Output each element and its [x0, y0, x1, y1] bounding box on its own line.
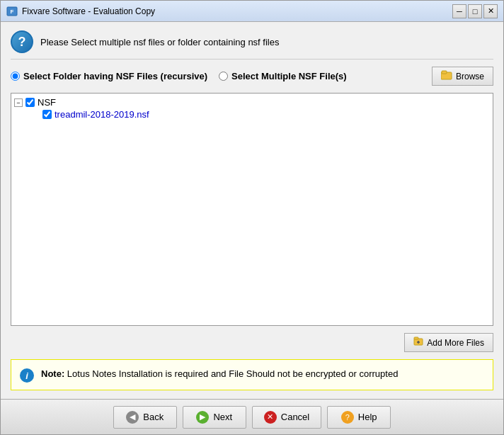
radio-label-files[interactable]: Select Multiple NSF File(s)	[219, 71, 347, 81]
cancel-button[interactable]: ✕ Cancel	[252, 406, 321, 429]
close-button[interactable]: ✕	[483, 4, 498, 18]
back-button[interactable]: ◀ Back	[113, 406, 177, 429]
svg-text:F: F	[11, 9, 14, 15]
help-button[interactable]: ? Help	[327, 406, 391, 429]
next-icon: ▶	[196, 411, 209, 424]
add-files-row: Add More Files	[11, 333, 493, 352]
window-controls: ─ □ ✕	[452, 4, 498, 18]
app-icon: F	[6, 6, 18, 17]
browse-folder-icon	[441, 70, 452, 82]
next-button[interactable]: ▶ Next	[183, 406, 246, 429]
cancel-icon: ✕	[264, 411, 277, 424]
tree-root-checkbox[interactable]	[25, 98, 35, 107]
browse-button[interactable]: Browse	[432, 67, 493, 86]
radio-folder-label: Select Folder having NSF Files (recursiv…	[23, 71, 207, 81]
main-content: ? Please Select multiple nsf files or fo…	[1, 22, 503, 399]
radio-files-label: Select Multiple NSF File(s)	[231, 71, 347, 81]
add-more-files-button[interactable]: Add More Files	[404, 333, 493, 352]
radio-folder[interactable]	[11, 72, 20, 81]
svg-rect-5	[414, 337, 418, 339]
radio-files[interactable]	[219, 72, 228, 81]
title-bar: F Fixvare Software - Evaluation Copy ─ □…	[1, 1, 503, 22]
back-label: Back	[143, 412, 164, 422]
file-tree-container[interactable]: − NSF treadmil-2018-2019.nsf	[11, 93, 493, 326]
help-icon: ?	[341, 411, 354, 424]
back-icon: ◀	[126, 411, 139, 424]
header-section: ? Please Select multiple nsf files or fo…	[11, 30, 493, 60]
radio-group: Select Folder having NSF Files (recursiv…	[11, 71, 425, 81]
svg-rect-3	[442, 71, 447, 74]
question-icon: ?	[11, 30, 33, 53]
tree-child-checkbox[interactable]	[42, 110, 52, 119]
note-section: i Note: Lotus Notes Installation is requ…	[11, 359, 493, 390]
tree-child-item[interactable]: treadmil-2018-2019.nsf	[31, 108, 490, 120]
note-text: Note: Lotus Notes Installation is requir…	[41, 367, 398, 381]
tree-child-label: treadmil-2018-2019.nsf	[55, 109, 149, 120]
tree-root-item[interactable]: − NSF	[14, 96, 490, 108]
info-icon: i	[20, 368, 34, 383]
maximize-button[interactable]: □	[468, 4, 482, 18]
main-window: F Fixvare Software - Evaluation Copy ─ □…	[0, 0, 504, 435]
minimize-button[interactable]: ─	[452, 4, 466, 18]
browse-button-label: Browse	[456, 72, 484, 81]
help-label: Help	[358, 412, 377, 422]
cancel-label: Cancel	[281, 412, 309, 422]
radio-label-folder[interactable]: Select Folder having NSF Files (recursiv…	[11, 71, 207, 81]
add-more-files-label: Add More Files	[427, 338, 484, 348]
window-title: Fixvare Software - Evaluation Copy	[22, 6, 452, 16]
radio-row: Select Folder having NSF Files (recursiv…	[11, 67, 493, 86]
tree-expander[interactable]: −	[14, 98, 23, 107]
bottom-bar: ◀ Back ▶ Next ✕ Cancel ? Help	[1, 399, 503, 434]
add-files-icon	[413, 337, 423, 349]
tree-root-label: NSF	[38, 97, 56, 108]
header-text: Please Select multiple nsf files or fold…	[40, 37, 279, 47]
next-label: Next	[213, 412, 232, 422]
